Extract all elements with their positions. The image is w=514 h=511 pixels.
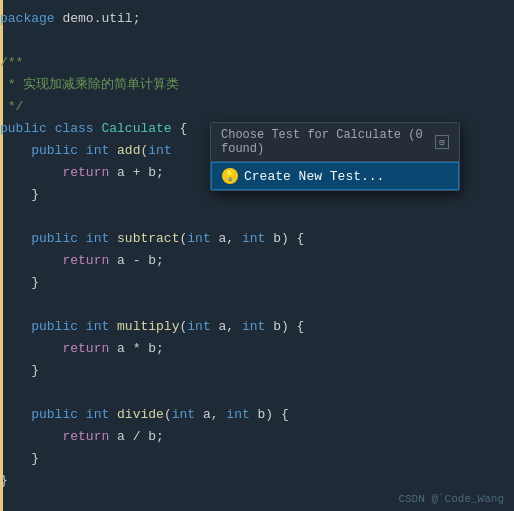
- bulb-icon: 💡: [222, 168, 238, 184]
- code-line: return a - b;: [0, 250, 514, 272]
- watermark: CSDN @`Code_Wang: [398, 493, 504, 505]
- code-line: }: [0, 448, 514, 470]
- code-line: }: [0, 272, 514, 294]
- create-new-test-item[interactable]: 💡 Create New Test...: [211, 162, 459, 190]
- popup-title-icon: ⊡: [435, 135, 449, 149]
- code-line: */: [0, 96, 514, 118]
- code-line: package demo.util;: [0, 8, 514, 30]
- code-line: * 实现加减乘除的简单计算类: [0, 74, 514, 96]
- code-editor: package demo.util; /** * 实现加减乘除的简单计算类 */…: [0, 0, 514, 511]
- code-line: }: [0, 360, 514, 382]
- choose-test-popup: Choose Test for Calculate (0 found) ⊡ 💡 …: [210, 122, 460, 191]
- code-line: [0, 30, 514, 52]
- code-line: return a / b;: [0, 426, 514, 448]
- code-line: [0, 206, 514, 228]
- code-line: }: [0, 470, 514, 492]
- code-line: public int multiply(int a, int b) {: [0, 316, 514, 338]
- popup-title-bar: Choose Test for Calculate (0 found) ⊡: [211, 123, 459, 162]
- code-line: [0, 294, 514, 316]
- code-line: return a * b;: [0, 338, 514, 360]
- popup-title-text: Choose Test for Calculate (0 found): [221, 128, 435, 156]
- code-line: public int divide(int a, int b) {: [0, 404, 514, 426]
- create-new-test-label: Create New Test...: [244, 169, 384, 184]
- code-line: public int subtract(int a, int b) {: [0, 228, 514, 250]
- code-line: [0, 382, 514, 404]
- code-line: /**: [0, 52, 514, 74]
